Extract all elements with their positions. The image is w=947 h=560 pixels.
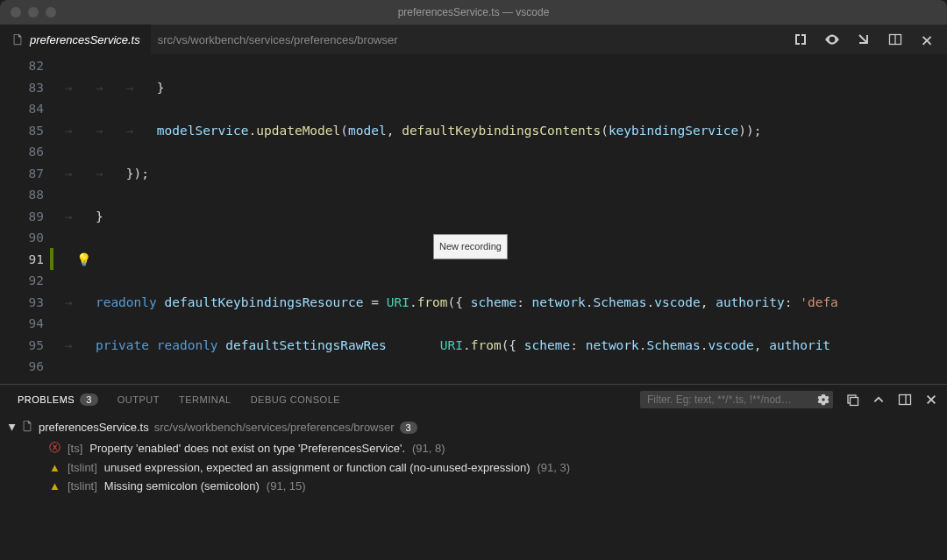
- more-actions-icon[interactable]: [919, 32, 935, 47]
- code-content[interactable]: → → → } → → → modelService.updateModel(m…: [60, 55, 947, 384]
- tab-output[interactable]: OUTPUT: [117, 394, 160, 405]
- toggle-layout-icon[interactable]: [898, 393, 912, 407]
- problem-location: (91, 15): [267, 479, 306, 493]
- git-gutter-indicator: [50, 248, 53, 271]
- problems-count-badge: 3: [80, 393, 98, 406]
- problem-location: (91, 8): [412, 442, 445, 455]
- hover-tooltip: New recording: [433, 234, 508, 259]
- chevron-up-icon[interactable]: [872, 393, 886, 407]
- problem-source: [tslint]: [68, 479, 97, 493]
- problem-source: [ts]: [68, 442, 82, 455]
- chevron-down-icon[interactable]: ▶: [8, 424, 18, 431]
- tab-filename: preferencesService.ts: [30, 33, 140, 46]
- preview-icon[interactable]: [824, 32, 840, 47]
- problem-item[interactable]: ▲ [tslint] unused expression, expected a…: [0, 458, 947, 477]
- filter-settings-icon[interactable]: [817, 393, 830, 408]
- lightbulb-icon[interactable]: 💡: [76, 249, 91, 271]
- svg-rect-3: [851, 397, 858, 405]
- close-window-icon[interactable]: [11, 7, 21, 18]
- collapse-all-icon[interactable]: [845, 393, 859, 407]
- problem-message: Property 'enabled' does not exist on typ…: [89, 442, 405, 455]
- warning-icon: ▲: [49, 479, 61, 493]
- problem-item[interactable]: ▲ [tslint] Missing semicolon (semicolon)…: [0, 477, 947, 495]
- window-title: preferencesService.ts — vscode: [398, 6, 550, 18]
- close-panel-icon[interactable]: [924, 393, 938, 407]
- problem-message: unused expression, expected an assignmen…: [104, 461, 530, 474]
- problem-file-row[interactable]: ▶ preferencesService.ts src/vs/workbench…: [0, 417, 947, 437]
- problem-source: [tslint]: [68, 461, 97, 474]
- file-icon: [11, 32, 25, 46]
- problem-file-path: src/vs/workbench/services/preferences/br…: [154, 421, 395, 434]
- problems-filter-input[interactable]: [640, 391, 833, 408]
- problem-file-name: preferencesService.ts: [39, 421, 149, 434]
- minimize-window-icon[interactable]: [28, 7, 39, 18]
- compare-changes-icon[interactable]: [793, 32, 808, 47]
- maximize-window-icon[interactable]: [46, 7, 56, 18]
- file-icon: [21, 420, 33, 435]
- line-number-gutter: 82 83 84 85 86 87 88 89 90 91 92 93 94 9…: [0, 55, 60, 384]
- bottom-panel: PROBLEMS 3 OUTPUT TERMINAL DEBUG CONSOLE: [0, 384, 947, 560]
- editor-tab[interactable]: preferencesService.ts: [0, 25, 151, 54]
- split-editor-icon[interactable]: [887, 32, 903, 47]
- tab-debug-console[interactable]: DEBUG CONSOLE: [251, 394, 340, 405]
- tab-terminal[interactable]: TERMINAL: [179, 394, 231, 405]
- problem-item[interactable]: ⓧ [ts] Property 'enabled' does not exist…: [0, 437, 947, 458]
- svg-rect-4: [900, 394, 911, 404]
- tab-problems[interactable]: PROBLEMS 3: [18, 393, 98, 406]
- problems-list[interactable]: ▶ preferencesService.ts src/vs/workbench…: [0, 414, 947, 560]
- window-titlebar: preferencesService.ts — vscode: [0, 0, 947, 25]
- problem-message: Missing semicolon (semicolon): [104, 479, 260, 493]
- problem-location: (91, 3): [537, 461, 570, 474]
- warning-icon: ▲: [49, 461, 61, 474]
- source-control-diff-icon[interactable]: [856, 32, 872, 47]
- code-editor[interactable]: 82 83 84 85 86 87 88 89 90 91 92 93 94 9…: [0, 55, 947, 384]
- editor-tabbar: preferencesService.ts src/vs/workbench/s…: [0, 25, 947, 55]
- breadcrumb[interactable]: src/vs/workbench/services/preferences/br…: [151, 33, 398, 46]
- file-problem-count-badge: 3: [400, 422, 417, 434]
- error-icon: ⓧ: [49, 440, 61, 456]
